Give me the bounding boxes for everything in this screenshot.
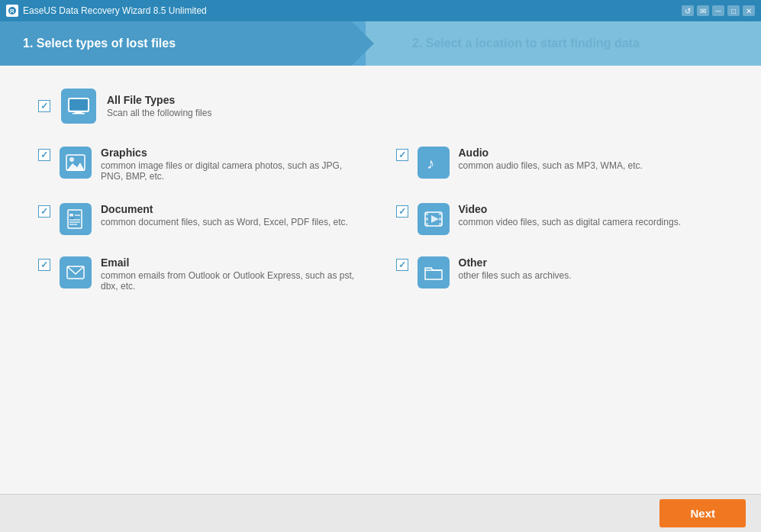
filetype-other: Other other files such as archives. bbox=[396, 256, 724, 292]
filetype-email: Email common emails from Outlook or Outl… bbox=[38, 256, 366, 292]
svg-rect-4 bbox=[73, 113, 85, 114]
other-desc: other files such as archives. bbox=[459, 270, 572, 281]
other-info: Other other files such as archives. bbox=[459, 256, 572, 281]
title-bar: R EaseUS Data Recovery Wizard 8.5 Unlimi… bbox=[0, 0, 761, 21]
app-title: EaseUS Data Recovery Wizard 8.5 Unlimite… bbox=[23, 5, 207, 16]
other-checkbox[interactable] bbox=[396, 259, 408, 271]
svg-rect-3 bbox=[75, 111, 82, 113]
svg-marker-25 bbox=[431, 215, 439, 223]
title-bar-left: R EaseUS Data Recovery Wizard 8.5 Unlimi… bbox=[6, 5, 207, 17]
svg-point-7 bbox=[69, 157, 74, 162]
filetypes-grid: Graphics common image files or digital c… bbox=[38, 147, 723, 292]
filetype-video: Video common video files, such as digita… bbox=[396, 203, 724, 235]
svg-marker-8 bbox=[66, 163, 85, 171]
svg-text:♪: ♪ bbox=[427, 155, 434, 172]
audio-checkbox[interactable] bbox=[396, 149, 408, 161]
email-info: Email common emails from Outlook or Outl… bbox=[101, 256, 360, 292]
restore-button[interactable]: □ bbox=[727, 5, 740, 16]
wizard-step-1: 1. Select types of lost files bbox=[0, 21, 374, 66]
other-checkbox-wrapper[interactable] bbox=[396, 259, 408, 271]
document-checkbox-wrapper[interactable] bbox=[38, 205, 50, 218]
graphics-desc: common image files or digital camera pho… bbox=[101, 160, 360, 182]
wizard-step-2-label: 2. Select a location to start finding da… bbox=[412, 37, 640, 50]
audio-name: Audio bbox=[459, 147, 643, 159]
document-icon: W bbox=[60, 203, 92, 235]
all-filetypes-name: All File Types bbox=[107, 94, 211, 106]
wizard-step-2: 2. Select a location to start finding da… bbox=[374, 21, 761, 66]
video-desc: common video files, such as digital came… bbox=[459, 217, 681, 227]
audio-icon: ♪ bbox=[418, 147, 450, 179]
graphics-info: Graphics common image files or digital c… bbox=[101, 147, 360, 182]
video-info: Video common video files, such as digita… bbox=[459, 203, 681, 227]
audio-checkbox-wrapper[interactable] bbox=[396, 149, 408, 161]
svg-rect-20 bbox=[425, 218, 428, 221]
email-icon bbox=[60, 256, 92, 289]
audio-desc: common audio files, such as MP3, WMA, et… bbox=[459, 160, 643, 171]
email-checkbox-wrapper[interactable] bbox=[38, 259, 50, 271]
document-desc: common document files, such as Word, Exc… bbox=[101, 217, 348, 227]
video-icon bbox=[418, 203, 450, 235]
filetype-document: W Document common document files, such a… bbox=[38, 203, 366, 235]
video-checkbox[interactable] bbox=[396, 205, 408, 218]
audio-info: Audio common audio files, such as MP3, W… bbox=[459, 147, 643, 171]
document-info: Document common document files, such as … bbox=[101, 203, 348, 227]
filetype-graphics: Graphics common image files or digital c… bbox=[38, 147, 366, 182]
svg-rect-21 bbox=[425, 223, 428, 226]
all-filetypes-checkbox-wrapper[interactable] bbox=[38, 100, 50, 112]
all-filetypes-row: All File Types Scan all the following fi… bbox=[38, 89, 723, 124]
close-button[interactable]: ✕ bbox=[743, 5, 755, 16]
next-button[interactable]: Next bbox=[659, 499, 746, 527]
other-icon bbox=[418, 256, 450, 289]
undo-button[interactable]: ↺ bbox=[682, 5, 694, 16]
bottom-bar: Next bbox=[0, 494, 761, 532]
svg-rect-5 bbox=[69, 99, 88, 110]
minimize-button[interactable]: ─ bbox=[712, 5, 724, 16]
svg-rect-24 bbox=[439, 223, 442, 226]
graphics-name: Graphics bbox=[101, 147, 360, 159]
video-checkbox-wrapper[interactable] bbox=[396, 205, 408, 218]
all-filetypes-checkbox[interactable] bbox=[38, 100, 50, 112]
app-icon: R bbox=[6, 5, 18, 17]
all-filetypes-desc: Scan all the following files bbox=[107, 108, 211, 118]
main-content: All File Types Scan all the following fi… bbox=[0, 66, 761, 494]
graphics-icon bbox=[60, 147, 92, 179]
svg-rect-22 bbox=[439, 212, 442, 215]
email-checkbox[interactable] bbox=[38, 259, 50, 271]
email-button[interactable]: ✉ bbox=[697, 5, 709, 16]
svg-rect-23 bbox=[439, 218, 442, 221]
svg-text:W: W bbox=[69, 215, 74, 220]
all-filetypes-info: All File Types Scan all the following fi… bbox=[107, 94, 211, 118]
filetype-audio: ♪ Audio common audio files, such as MP3,… bbox=[396, 147, 724, 182]
video-name: Video bbox=[459, 203, 681, 215]
document-checkbox[interactable] bbox=[38, 205, 50, 218]
window-controls: ↺ ✉ ─ □ ✕ bbox=[682, 5, 755, 16]
wizard-header: 1. Select types of lost files 2. Select … bbox=[0, 21, 761, 66]
email-desc: common emails from Outlook or Outlook Ex… bbox=[101, 270, 360, 292]
svg-rect-19 bbox=[425, 212, 428, 215]
graphics-checkbox[interactable] bbox=[38, 149, 50, 161]
email-name: Email bbox=[101, 256, 360, 269]
wizard-step-1-label: 1. Select types of lost files bbox=[23, 37, 176, 50]
all-filetypes-icon bbox=[61, 89, 96, 124]
svg-text:R: R bbox=[10, 8, 15, 15]
other-name: Other bbox=[459, 256, 572, 269]
graphics-checkbox-wrapper[interactable] bbox=[38, 149, 50, 161]
document-name: Document bbox=[101, 203, 348, 215]
